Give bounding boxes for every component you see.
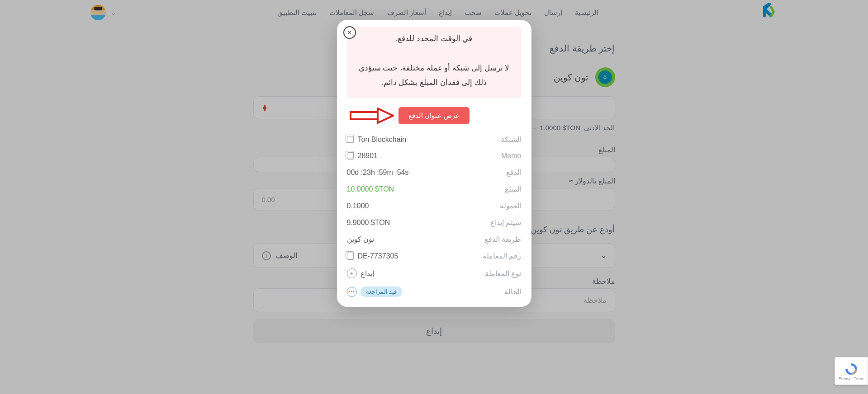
copy-icon[interactable] xyxy=(347,152,354,159)
deposit-modal: ✕ في الوقت المحدد للدفع. لا ترسل إلى شبك… xyxy=(337,20,531,307)
amount-value: 10.0000 $TON xyxy=(347,185,394,193)
network-value: Ton Blockchain xyxy=(347,136,407,144)
recaptcha-badge[interactable]: Privacy - Terms xyxy=(835,357,868,385)
txno-value: DE-7737305 xyxy=(347,252,398,260)
method-value: تون كوين xyxy=(347,235,374,244)
copy-icon[interactable] xyxy=(347,253,354,260)
warning-text-2: لا ترسل إلى شبكة أو عملة مختلفة، حيث سيؤ… xyxy=(353,61,515,90)
warning-text-1: في الوقت المحدد للدفع. xyxy=(353,32,515,46)
willdeposit-label: سيتم إيداع xyxy=(490,218,521,227)
memo-value: 28901 xyxy=(347,152,378,160)
close-icon: ✕ xyxy=(347,29,352,36)
recaptcha-text: Privacy - Terms xyxy=(839,376,864,380)
close-button[interactable]: ✕ xyxy=(343,26,356,39)
svg-rect-0 xyxy=(351,112,378,119)
paywithin-label: الدفع xyxy=(506,168,522,177)
paywithin-value: 00d :23h :59m :54s xyxy=(347,169,409,177)
status-badge: قيد المراجعة xyxy=(360,286,403,297)
svg-marker-1 xyxy=(378,108,393,123)
willdeposit-value: 9.9000 $TON xyxy=(347,219,390,227)
method-label: طريقة الدفع xyxy=(484,235,521,244)
copy-icon[interactable] xyxy=(347,136,354,143)
warning-box: في الوقت المحدد للدفع. لا ترسل إلى شبكة … xyxy=(347,27,522,98)
show-address-button[interactable]: عرض عنوان الدفع xyxy=(398,107,469,124)
network-label: الشبكة xyxy=(501,135,522,144)
recaptcha-icon xyxy=(844,362,859,376)
amount-label: المبلغ xyxy=(505,185,522,193)
status-label: الحالة xyxy=(504,287,522,296)
show-address-label: عرض عنوان الدفع xyxy=(408,112,459,119)
txtype-label: نوع المعاملة xyxy=(485,269,521,278)
plus-icon: + xyxy=(347,268,357,278)
memo-label: Memo xyxy=(501,152,521,160)
txno-label: رقم المعاملة xyxy=(483,252,521,260)
fee-label: العمولة xyxy=(500,202,522,210)
more-icon[interactable]: ••• xyxy=(347,287,357,297)
fee-value: 0.1000 xyxy=(347,202,369,210)
txtype-value: إيداع + xyxy=(347,268,374,278)
status-value: قيد المراجعة ••• xyxy=(347,286,403,297)
arrow-annotation-icon xyxy=(349,108,394,124)
